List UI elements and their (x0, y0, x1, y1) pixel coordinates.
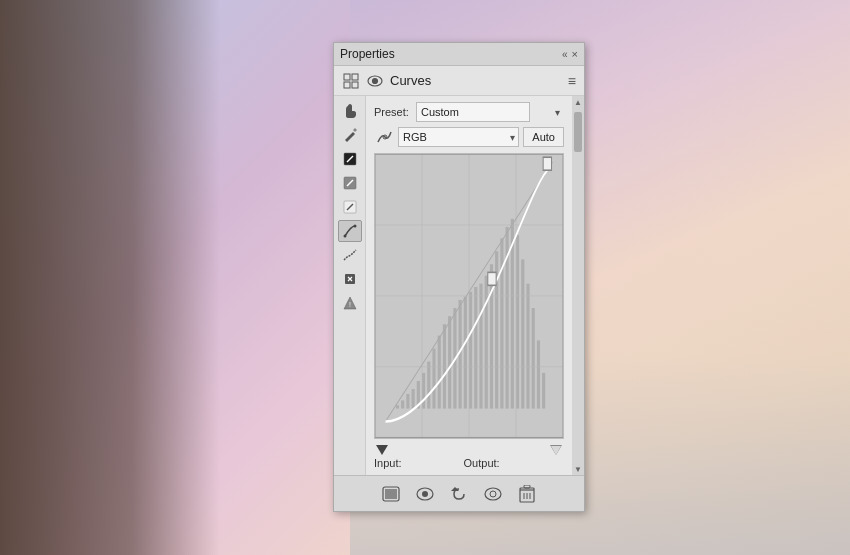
gray-eyedropper-btn[interactable] (338, 172, 362, 194)
panel-bottom (334, 475, 584, 511)
svg-point-9 (343, 235, 346, 238)
castle-overlay (0, 0, 220, 555)
svg-rect-31 (474, 287, 477, 409)
curves-graph[interactable] (374, 153, 564, 439)
curves-main: Preset: DefaultCustomStrong ContrastLine… (366, 96, 572, 475)
svg-rect-41 (526, 284, 529, 409)
svg-rect-42 (532, 308, 535, 409)
svg-point-58 (422, 491, 428, 497)
curves-svg (375, 154, 563, 438)
panel-title-icons: « × (562, 48, 578, 60)
close-icon[interactable]: × (572, 48, 578, 60)
svg-rect-1 (352, 74, 358, 80)
svg-rect-39 (516, 235, 519, 408)
svg-rect-30 (469, 292, 472, 409)
left-toolbar: ! (334, 96, 366, 475)
hamburger-menu[interactable]: ≡ (568, 73, 576, 89)
svg-rect-26 (448, 316, 451, 408)
finger-tool-btn[interactable] (338, 100, 362, 122)
panel-titlebar: Properties « × (334, 43, 584, 66)
grid-icon[interactable] (342, 72, 360, 90)
svg-rect-53 (543, 157, 551, 170)
svg-rect-18 (406, 394, 409, 409)
panel-title-left: Properties (340, 47, 395, 61)
channel-icon[interactable] (374, 127, 394, 147)
preset-row: Preset: DefaultCustomStrong ContrastLine… (374, 102, 564, 122)
collapse-icon[interactable]: « (562, 49, 568, 60)
svg-rect-17 (401, 401, 404, 409)
svg-rect-56 (385, 489, 397, 499)
svg-rect-22 (427, 362, 430, 409)
svg-rect-44 (542, 373, 545, 409)
preset-select-wrapper[interactable]: DefaultCustomStrong ContrastLinear Contr… (416, 102, 564, 122)
scroll-down-arrow[interactable]: ▼ (572, 463, 584, 475)
visibility2-button[interactable] (481, 482, 505, 506)
curves-title: Curves (390, 73, 431, 88)
clipping-btn[interactable] (338, 268, 362, 290)
preset-select[interactable]: DefaultCustomStrong ContrastLinear Contr… (416, 102, 530, 122)
scroll-track[interactable] (573, 108, 583, 463)
warning-btn[interactable]: ! (338, 292, 362, 314)
delete-button[interactable] (515, 482, 539, 506)
scroll-thumb[interactable] (574, 112, 582, 152)
svg-rect-32 (479, 284, 482, 409)
svg-rect-40 (521, 260, 524, 409)
input-label: Input: (374, 457, 402, 469)
svg-point-5 (373, 78, 378, 83)
slider-row (374, 445, 564, 455)
svg-rect-16 (396, 406, 399, 409)
panel-scrollbar: ▲ ▼ (572, 96, 584, 475)
mask-button[interactable] (379, 482, 403, 506)
reset-button[interactable] (447, 482, 471, 506)
svg-rect-43 (537, 341, 540, 409)
svg-rect-21 (422, 373, 425, 409)
panel-content: ! Preset: DefaultCustomStrong ContrastLi… (334, 96, 584, 475)
white-point-slider[interactable] (550, 445, 562, 455)
svg-rect-23 (432, 349, 435, 409)
black-eyedropper-btn[interactable] (338, 148, 362, 170)
svg-rect-29 (464, 297, 467, 409)
channel-select[interactable]: RGBRedGreenBlue (398, 127, 519, 147)
auto-button[interactable]: Auto (523, 127, 564, 147)
line-tool-btn[interactable] (338, 220, 362, 242)
channel-select-wrapper[interactable]: RGBRedGreenBlue (398, 127, 519, 147)
channel-row: RGBRedGreenBlue Auto (374, 127, 564, 147)
svg-rect-24 (438, 336, 441, 409)
properties-panel: Properties « × (333, 42, 585, 512)
svg-rect-3 (352, 82, 358, 88)
eye-button[interactable] (413, 482, 437, 506)
svg-rect-2 (344, 82, 350, 88)
svg-rect-0 (344, 74, 350, 80)
smooth-tool-btn[interactable] (338, 244, 362, 266)
svg-rect-36 (500, 239, 503, 409)
eye-panel-icon[interactable] (366, 72, 384, 90)
svg-text:!: ! (349, 301, 351, 308)
output-label: Output: (464, 457, 500, 469)
panel-main-content: Curves ≡ (334, 66, 584, 511)
preset-label: Preset: (374, 106, 412, 118)
panel-title: Properties (340, 47, 395, 61)
svg-point-61 (490, 491, 496, 497)
panel-wrapper: Curves ≡ (334, 66, 584, 511)
white-eyedropper-btn[interactable] (338, 196, 362, 218)
svg-rect-19 (412, 389, 415, 408)
svg-point-60 (485, 488, 501, 500)
svg-rect-52 (488, 273, 496, 286)
hamburger-icon: ≡ (568, 73, 576, 89)
svg-point-10 (353, 225, 356, 228)
panel-header: Curves ≡ (334, 66, 584, 96)
svg-rect-64 (524, 485, 530, 488)
pencil-draw-btn[interactable] (338, 124, 362, 146)
black-point-slider[interactable] (376, 445, 388, 455)
scroll-up-arrow[interactable]: ▲ (572, 96, 584, 108)
io-row: Input: Output: (374, 457, 564, 469)
